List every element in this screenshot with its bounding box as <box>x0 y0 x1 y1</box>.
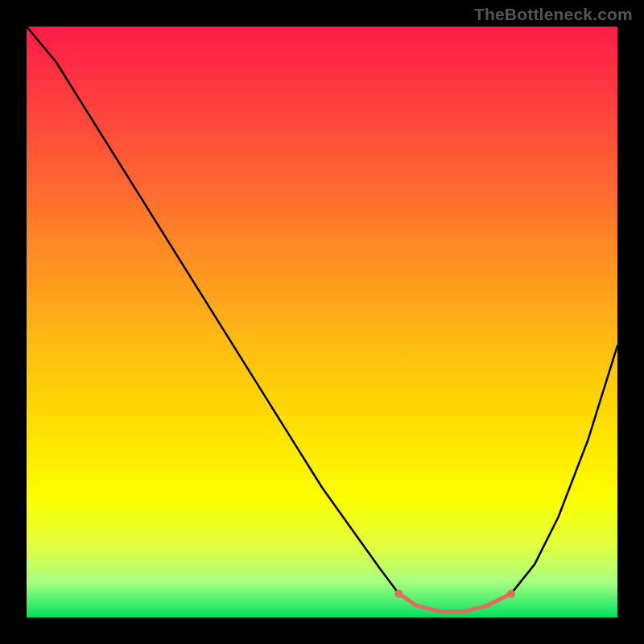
watermark-text: TheBottleneck.com <box>474 5 633 24</box>
chart-container: TheBottleneck.com <box>0 0 644 644</box>
plot-area <box>27 27 617 617</box>
